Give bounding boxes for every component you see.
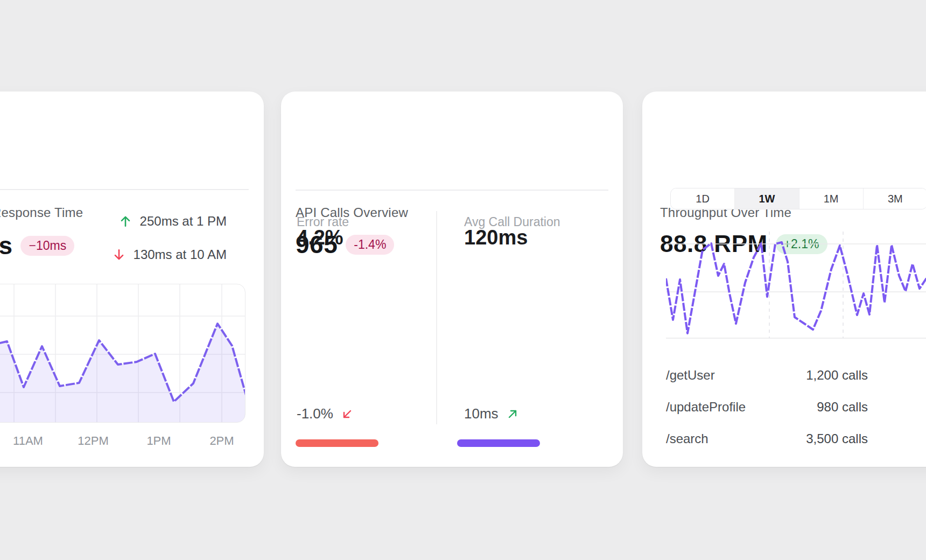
card-title-response-time: Response Time [0, 205, 83, 220]
range-tab-bar: 1D 1W 1M 3M [670, 188, 926, 209]
endpoint-row: /updateProfile 980 calls [666, 400, 868, 415]
stat-low: 130ms at 10 AM [134, 247, 227, 262]
dashboard: Response Time ms −10ms 250ms at 1 PM 130… [0, 0, 926, 560]
tab-3m[interactable]: 3M [863, 188, 926, 209]
endpoint-path: /getUser [666, 368, 715, 383]
throughput-line [666, 242, 926, 333]
tab-1w[interactable]: 1W [734, 188, 798, 209]
avg-call-duration-value: 120ms [464, 226, 528, 249]
api-calls-card: API Calls Overview 965 -1.4% Error rate … [281, 92, 623, 467]
x-tick-11am: 11AM [13, 434, 43, 448]
throughput-card: Throughput Over Time 88.8 RPM +2.1% 1D 1… [642, 92, 926, 467]
stat-high: 250ms at 1 PM [140, 214, 227, 229]
x-tick-1pm: 1PM [146, 434, 171, 448]
endpoint-path: /updateProfile [666, 400, 746, 415]
endpoint-calls: 980 calls [817, 400, 868, 415]
response-time-delta-badge: −10ms [20, 236, 74, 256]
error-rate-bar [296, 439, 378, 447]
arrow-down-icon [112, 248, 126, 262]
x-tick-12pm: 12PM [78, 434, 108, 448]
arrow-up-icon [118, 214, 132, 228]
divider [0, 189, 249, 190]
tab-1d[interactable]: 1D [671, 188, 734, 209]
response-time-chart [0, 284, 245, 423]
error-rate-delta: -1.0% [297, 405, 333, 422]
response-time-card: Response Time ms −10ms 250ms at 1 PM 130… [0, 92, 264, 467]
avg-call-duration-bar [457, 439, 540, 447]
response-time-chart-svg [0, 284, 245, 423]
tab-1m[interactable]: 1M [799, 188, 863, 209]
x-tick-2pm: 2PM [209, 434, 234, 448]
response-time-value: ms [0, 233, 12, 258]
api-calls-delta-badge: -1.4% [346, 235, 394, 255]
arrow-up-right-icon [506, 408, 519, 421]
area-fill [0, 324, 245, 423]
endpoint-calls: 3,500 calls [806, 431, 868, 446]
endpoint-row: /search 3,500 calls [666, 431, 868, 446]
endpoint-path: /search [666, 431, 708, 446]
error-rate-value: 4.2% [297, 226, 343, 249]
avg-call-duration-delta: 10ms [464, 405, 499, 422]
endpoint-calls: 1,200 calls [806, 368, 868, 383]
throughput-chart [666, 221, 926, 339]
arrow-down-left-icon [341, 408, 354, 421]
divider [296, 190, 608, 191]
endpoint-row: /getUser 1,200 calls [666, 368, 868, 383]
divider-vertical [436, 211, 437, 424]
